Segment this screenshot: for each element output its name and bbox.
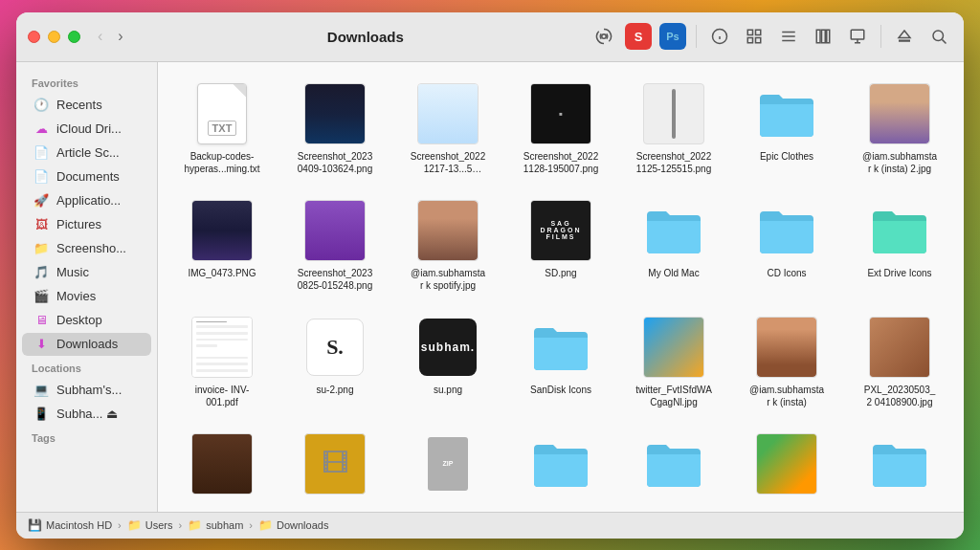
sidebar-item-pictures[interactable]: 🖼 Pictures <box>22 213 151 236</box>
file-item-su[interactable]: subham. su.png <box>395 307 501 416</box>
file-item-ss4[interactable]: Screenshot_2022 1125-125515.png <box>621 74 726 183</box>
file-item-ss2[interactable]: Screenshot_2022 1217-13...5 (1).png <box>395 74 501 183</box>
sidebar-item-documents[interactable]: 📄 Documents <box>22 165 151 188</box>
file-item-r4-folder2[interactable] <box>621 424 726 508</box>
forward-button[interactable]: › <box>112 26 128 47</box>
music-icon: 🎵 <box>33 265 49 280</box>
eject-icon[interactable] <box>891 23 918 50</box>
sidebar-item-macbook[interactable]: 💻 Subham's... <box>22 379 151 402</box>
sidebar-item-downloads[interactable]: ⬇ Downloads <box>22 333 151 356</box>
nav-buttons: ‹ › <box>92 26 129 47</box>
breadcrumb-subham[interactable]: 📁 subham <box>188 518 243 532</box>
file-name: SanDisk Icons <box>530 384 591 396</box>
file-item-r4-folder3[interactable] <box>847 424 952 508</box>
applications-icon: 🚀 <box>33 193 49 209</box>
desktop-label: Desktop <box>56 313 102 327</box>
view-grid-icon[interactable] <box>741 23 768 50</box>
screenshots-icon: 📁 <box>33 241 49 256</box>
sidebar-item-icloud[interactable]: ☁ iCloud Dri... <box>22 118 151 141</box>
sidebar-item-articles[interactable]: 📄 Article Sc... <box>22 142 151 165</box>
pictures-label: Pictures <box>56 217 101 231</box>
screenshot-icon-1 <box>302 81 368 146</box>
file-item-myoldmac[interactable]: My Old Mac <box>621 190 726 299</box>
file-name: Ext Drive Icons <box>867 267 931 279</box>
file-item-r4-3[interactable]: ZIP <box>395 424 501 508</box>
breadcrumb-sep-3: › <box>249 519 253 531</box>
file-item-insta[interactable]: @iam.subhamstar k (insta) <box>734 307 839 416</box>
maximize-button[interactable] <box>68 31 80 43</box>
screenshot-icon-3: ■ <box>528 81 593 146</box>
view-list-icon[interactable] <box>775 23 802 50</box>
file-item-food[interactable] <box>734 424 839 508</box>
file-item-r4-2[interactable]: 🎞 <box>282 424 388 508</box>
file-item-invoice[interactable]: invoice- INV-001.pdf <box>169 307 275 416</box>
svg-point-0 <box>602 34 607 39</box>
file-item-insta2[interactable]: @iam.subhamstar k (insta) 2.jpg <box>847 74 952 183</box>
file-area: TXT Backup-codes-hyperas...ming.txt Scre… <box>158 62 964 512</box>
articles-label: Article Sc... <box>56 145 120 160</box>
sidebar-item-screenshots[interactable]: 📁 Screensho... <box>22 237 151 260</box>
file-item-img0473[interactable]: IMG_0473.PNG <box>169 190 275 299</box>
r4-1-icon <box>189 431 255 496</box>
screenshot-icon-4 <box>641 81 706 146</box>
file-item-epic-clothes[interactable]: Epic Clothes <box>734 74 839 183</box>
file-item-ss5[interactable]: Screenshot_2023 0825-015248.png <box>282 190 388 299</box>
app-ps-icon[interactable]: Ps <box>659 23 686 50</box>
file-item-spotify[interactable]: @iam.subhamstar k spotify.jpg <box>395 190 501 299</box>
info-icon[interactable] <box>706 23 733 50</box>
airdrop-icon[interactable] <box>590 23 617 50</box>
users-folder-icon: 📁 <box>127 518 142 532</box>
applications-label: Applicatio... <box>56 193 121 208</box>
breadcrumb-macintosh[interactable]: 💾 Macintosh HD <box>28 518 112 532</box>
breadcrumb-users[interactable]: 📁 Users <box>127 518 173 532</box>
close-button[interactable] <box>28 31 40 43</box>
r4-folder2-icon <box>641 431 706 496</box>
file-item-r4-folder1[interactable] <box>508 424 613 508</box>
sidebar-item-recents[interactable]: 🕐 Recents <box>22 94 151 117</box>
file-name: twitter_FvtISfdWA CgagNl.jpg <box>635 384 712 408</box>
file-item-r4-1[interactable] <box>169 424 275 508</box>
file-item-sd[interactable]: SAG DRAGON FILMS SD.png <box>508 190 613 299</box>
su2-icon: S. <box>302 315 368 380</box>
icloud-label: iCloud Dri... <box>56 121 122 136</box>
invoice-icon <box>189 315 255 380</box>
file-name: My Old Mac <box>648 267 699 279</box>
search-icon[interactable] <box>925 23 952 50</box>
view-column-icon[interactable] <box>810 23 836 50</box>
sidebar-item-phone[interactable]: 📱 Subha... ⏏ <box>22 403 151 426</box>
pictures-icon: 🖼 <box>33 217 49 232</box>
file-item-ss1[interactable]: Screenshot_2023 0409-103624.png <box>282 74 388 183</box>
sidebar-item-movies[interactable]: 🎬 Movies <box>22 285 151 308</box>
file-item-ss3[interactable]: ■ Screenshot_2022 1128-195007.png <box>508 74 613 183</box>
file-item-su2[interactable]: S. su-2.png <box>282 307 388 416</box>
sidebar-item-music[interactable]: 🎵 Music <box>22 261 151 284</box>
file-item-extdriveicons[interactable]: Ext Drive Icons <box>847 190 952 299</box>
file-item-cdicons[interactable]: CD Icons <box>734 190 839 299</box>
svg-rect-5 <box>756 30 761 34</box>
file-item-txt[interactable]: TXT Backup-codes-hyperas...ming.txt <box>169 74 275 183</box>
file-item-twitter[interactable]: twitter_FvtISfdWA CgagNl.jpg <box>621 307 726 416</box>
cdicons-folder-icon <box>754 198 819 263</box>
breadcrumb-sep-1: › <box>118 519 122 531</box>
downloads-icon: ⬇ <box>33 337 49 352</box>
recents-icon: 🕐 <box>33 98 49 113</box>
file-item-pxl[interactable]: PXL_20230503_2 04108900.jpg <box>847 307 952 416</box>
svg-point-19 <box>933 31 944 41</box>
finder-window: ‹ › Downloads S Ps <box>16 12 964 539</box>
svg-rect-7 <box>756 38 761 43</box>
minimize-button[interactable] <box>48 31 60 43</box>
breadcrumb-subham-label: subham <box>206 519 243 531</box>
sidebar-item-applications[interactable]: 🚀 Applicatio... <box>22 189 151 212</box>
sd-icon: SAG DRAGON FILMS <box>528 198 593 263</box>
sidebar-item-desktop[interactable]: 🖥 Desktop <box>22 309 151 332</box>
breadcrumb-downloads-label: Downloads <box>277 519 328 531</box>
breadcrumb-downloads[interactable]: 📁 Downloads <box>258 518 328 532</box>
app-s-icon[interactable]: S <box>625 23 652 50</box>
file-name: su-2.png <box>317 384 354 396</box>
back-button[interactable]: ‹ <box>92 26 108 47</box>
svg-rect-6 <box>747 38 752 43</box>
view-preview-icon[interactable] <box>844 23 871 50</box>
file-item-sandisk[interactable]: SanDisk Icons <box>508 307 613 416</box>
insta2-icon <box>867 81 932 146</box>
file-name: Screenshot_2023 0409-103624.png <box>297 150 373 175</box>
